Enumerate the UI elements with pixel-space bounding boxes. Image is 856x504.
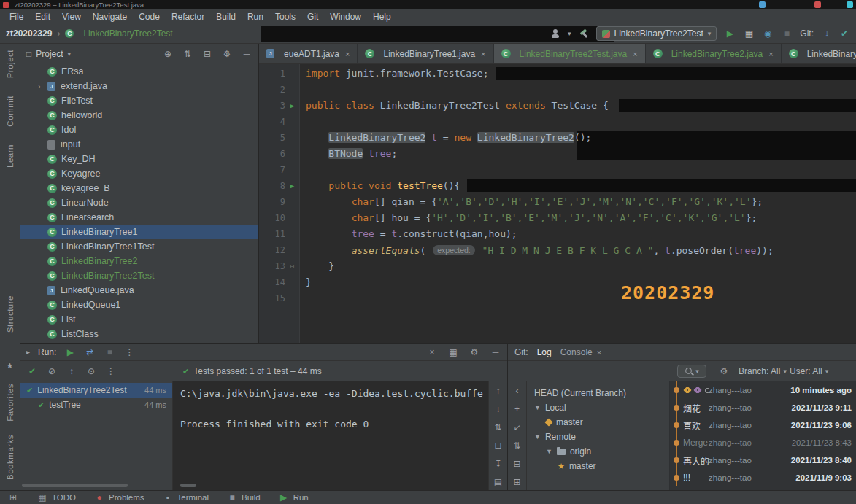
build-hammer-icon[interactable] (579, 28, 589, 39)
project-item-linkedbinarytree2test[interactable]: CLinkedBinaryTree2Test (20, 268, 258, 283)
branch-item-remote[interactable]: ▼Remote (527, 430, 669, 444)
code-line[interactable]: import junit.framework.TestCase; (306, 66, 856, 82)
project-item-list[interactable]: CList (20, 312, 258, 327)
checkout-icon[interactable]: ↙ (512, 422, 523, 433)
play-icon[interactable]: ▶ (64, 346, 76, 358)
breadcrumb-class[interactable]: LinkedBinaryTree2Test (83, 28, 172, 39)
terminal-icon[interactable]: ▪ (162, 492, 174, 503)
menu-edit[interactable]: Edit (30, 11, 55, 23)
editor-tab-eueadt1.java[interactable]: JeueADT1.java× (259, 44, 358, 63)
menu-git[interactable]: Git (302, 11, 323, 23)
chevron-right-icon[interactable]: › (38, 82, 47, 90)
project-item-key_dh[interactable]: CKey_DH (20, 152, 258, 166)
menu-file[interactable]: File (4, 11, 28, 23)
branch-item-master[interactable]: ★master (527, 459, 669, 473)
back-icon[interactable]: ‹ (512, 385, 523, 397)
settings-icon[interactable]: ⚙ (718, 365, 730, 377)
project-item-ersa[interactable]: CERsa (20, 64, 258, 79)
project-item-extend.java[interactable]: ›Jextend.java (20, 79, 258, 93)
branch-item-local[interactable]: ▼Local (527, 400, 669, 415)
fold-icon[interactable]: ⊟ (290, 263, 294, 270)
stripe-item-commit[interactable]: Commit (6, 96, 15, 127)
statusbar-item-problems[interactable]: ●Problems (93, 492, 144, 503)
settings-icon[interactable]: ⚙ (469, 346, 480, 358)
sort-icon[interactable]: ↕ (66, 365, 77, 377)
stop-sq-icon[interactable]: ■ (104, 346, 115, 358)
commit-row[interactable]: 烟花zhang---tao2021/11/23 9:11 (670, 399, 856, 416)
coverage-icon[interactable]: ▦ (743, 28, 755, 39)
test-tree-item-testtree[interactable]: ✔testTree44 ms (20, 398, 172, 412)
code-line[interactable]: BTNode tree; (306, 146, 856, 162)
close-icon[interactable]: × (481, 50, 485, 58)
project-item-linkedqueue1[interactable]: CLinkedQueue1 (20, 298, 258, 312)
code-line[interactable]: assertEquals( expected: "H I D M N J E B… (306, 242, 856, 258)
statusbar-item-todo[interactable]: ▦TODO (36, 492, 76, 503)
project-item-idol[interactable]: CIdol (20, 123, 258, 137)
stripe-item-learn[interactable]: Learn (6, 144, 15, 168)
project-item-linearsearch[interactable]: CLinearsearch (20, 210, 258, 225)
commit-row[interactable]: !!!zhang---tao2021/11/9 9:03 (670, 469, 856, 486)
project-item-keyagree[interactable]: CKeyagree (20, 166, 258, 181)
statusbar-item-terminal[interactable]: ▪Terminal (162, 492, 209, 503)
close-icon[interactable]: × (768, 50, 773, 58)
stripe-item-bookmarks[interactable]: Bookmarks (6, 435, 15, 480)
swap-icon[interactable]: ⇅ (493, 422, 504, 433)
locate-icon[interactable]: ⊕ (162, 48, 174, 60)
code-line[interactable] (306, 82, 856, 98)
breadcrumb-module[interactable]: zt20202329 (6, 28, 52, 39)
hide-icon[interactable]: ─ (490, 346, 501, 358)
editor-tab-linkedbinarytree2.java[interactable]: CLinkedBinaryTree2.java× (646, 44, 782, 63)
chevron-down-icon[interactable]: ▾ (68, 50, 72, 58)
menu-view[interactable]: View (57, 11, 86, 23)
project-item-filetest[interactable]: CFileTest (20, 93, 258, 108)
close-icon[interactable]: × (426, 346, 438, 358)
menu-window[interactable]: Window (325, 11, 366, 23)
editor-tab-linkedbinarytree1t[interactable]: CLinkedBinaryTree1T× (782, 44, 856, 63)
close-icon[interactable]: × (597, 348, 601, 357)
commit-row[interactable]: Mergezhang---tao2021/11/23 8:43 (670, 434, 856, 451)
check-filter-icon[interactable]: ✔ (26, 365, 38, 377)
stripe-item-favorites[interactable]: Favorites (6, 384, 15, 422)
commit-row[interactable]: 喜欢zhang---tao2021/11/23 9:06 (670, 416, 856, 434)
stripe-item-project[interactable]: Project (6, 50, 15, 78)
stripe-item-structure[interactable]: Structure (6, 295, 15, 333)
close-icon[interactable]: × (345, 50, 350, 58)
todo-icon[interactable]: ▦ (36, 492, 48, 503)
menu-tools[interactable]: Tools (270, 11, 301, 23)
add-icon[interactable]: + (512, 403, 523, 415)
trash-icon[interactable]: ⊟ (493, 440, 504, 451)
chevron-down-icon[interactable]: ▼ (534, 433, 541, 441)
run-icon[interactable]: ▶ (724, 28, 736, 39)
project-item-helloworld[interactable]: Chelloworld (20, 108, 258, 123)
commit-row[interactable]: zhang---tao10 minutes ago (670, 381, 856, 399)
ignore-filter-icon[interactable]: ⊘ (46, 365, 58, 377)
project-item-linkedbinarytree2[interactable]: CLinkedBinaryTree2 (20, 254, 258, 268)
code-line[interactable]: public class LinkedBinaryTree2Test exten… (306, 98, 856, 114)
editor-tab-linkedbinarytree1.java[interactable]: CLinkedBinaryTree1.java× (358, 44, 493, 63)
code-line[interactable]: char[] hou = {'H','D','I','B','E','M','J… (306, 210, 856, 226)
user-filter[interactable]: User: All ▾ (790, 366, 828, 376)
statusbar-item-run[interactable]: ▶Run (278, 492, 309, 503)
more-v-icon[interactable]: ⋮ (105, 365, 117, 377)
menu-code[interactable]: Code (134, 11, 165, 23)
print-icon[interactable]: ▤ (493, 476, 504, 488)
run-gutter-icon[interactable]: ▶ (290, 182, 294, 190)
project-item-linkedbinarytree1[interactable]: CLinkedBinaryTree1 (20, 225, 258, 239)
code-line[interactable]: tree = t.construct(qian,hou); (306, 226, 856, 242)
test-tree-item-linkedbinarytree2test[interactable]: ✔LinkedBinaryTree2Test44 ms (20, 383, 172, 398)
log-search-field[interactable]: ▾ (677, 365, 706, 378)
more-v-icon[interactable]: ⋮ (123, 346, 135, 358)
code-line[interactable]: LinkedBinaryTree2 t = new LinkedBinaryTr… (306, 130, 856, 146)
project-item-linkedqueue.java[interactable]: JLinkedQueue.java (20, 283, 258, 298)
user-menu-icon[interactable] (550, 28, 560, 39)
run-status-icon[interactable]: ▶ (278, 492, 290, 503)
project-item-linearnode[interactable]: CLinearNode (20, 195, 258, 210)
grid-icon[interactable]: ⊞ (7, 492, 19, 503)
code-editor[interactable]: 123▶45678▶910111213⊟1415 import junit.fr… (259, 64, 856, 343)
commit-row[interactable]: 再大的zhang---tao2021/11/23 8:40 (670, 451, 856, 469)
collapse-icon[interactable]: ⊟ (201, 48, 213, 60)
run-console[interactable]: C:\java.jdk\bin\java.exe -ea -Didea.test… (172, 381, 488, 490)
chevron-down-icon[interactable]: ▼ (546, 448, 552, 455)
statusbar-item-build[interactable]: ■Build (226, 492, 261, 503)
history-icon[interactable]: ⊙ (85, 365, 97, 377)
